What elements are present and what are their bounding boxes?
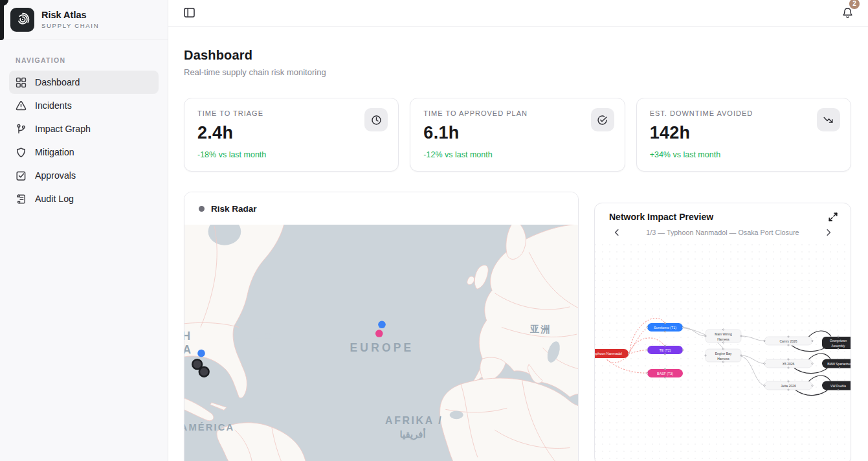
kpi-delta: -12% vs last month [423, 150, 611, 159]
kpi-card-time-to-approved-plan: TIME TO APPROVED PLAN 6.1h -12% vs last … [410, 98, 625, 172]
map-label-north-america-2: AMERICA [184, 343, 193, 356]
sidebar-item-impact-graph[interactable]: Impact Graph [9, 117, 159, 141]
kpi-label: TIME TO TRIAGE [197, 109, 385, 117]
kpi-icon-box [364, 108, 388, 131]
sidebar-item-approvals[interactable]: Approvals [9, 164, 159, 187]
topbar: 2 [168, 0, 868, 27]
node-vw-puebla[interactable]: VW Puebla [822, 381, 851, 390]
node-main-wiring-harness[interactable]: Main Wiring Harness [706, 330, 741, 343]
svg-text:Jetta 2026: Jetta 2026 [781, 384, 796, 388]
alert-triangle-icon [16, 100, 27, 111]
dashboard-grid-icon [16, 77, 27, 88]
app-tagline: SUPPLY CHAIN [41, 22, 99, 29]
nav-section-label: NAVIGATION [9, 56, 159, 64]
scroll-icon [16, 194, 27, 205]
svg-text:Harness: Harness [717, 337, 729, 341]
sidebar-toggle-button[interactable] [183, 6, 195, 19]
svg-text:Main Wiring: Main Wiring [715, 332, 732, 336]
map-marker-us-east-blue[interactable] [197, 350, 205, 357]
svg-text:Georgetown: Georgetown [830, 339, 847, 343]
sidebar-item-dashboard[interactable]: Dashboard [9, 71, 159, 94]
app-name: Risk Atlas [41, 10, 99, 21]
node-x5-2026[interactable]: X5 2026 [764, 359, 812, 368]
node-camry-2026[interactable]: Camry 2026 [764, 337, 812, 345]
carousel-prev-button[interactable] [612, 228, 621, 237]
bottom-row: Risk Radar [184, 192, 851, 461]
sidebar-item-mitigation[interactable]: Mitigation [9, 141, 159, 164]
sidebar-item-label: Incidents [35, 100, 72, 111]
risk-radar-header: Risk Radar [184, 192, 578, 225]
sidebar-nav: NAVIGATION Dashboard Incidents [0, 56, 168, 210]
bullet-dot-icon [199, 206, 205, 212]
carousel-next-button[interactable] [824, 228, 833, 237]
notifications-button[interactable]: 2 [841, 7, 854, 19]
node-te-t2[interactable]: TE (T2) [647, 346, 683, 354]
impact-graph-canvas[interactable]: Typhoon Nanmadol Sumitomo (T1) TE (T2) B… [595, 244, 851, 461]
network-impact-card: Network Impact Preview 1/3 — Typhoon Nan… [594, 203, 851, 461]
kpi-value: 2.4h [197, 123, 385, 143]
sidebar-item-label: Impact Graph [35, 124, 91, 134]
map-marker-europe-pink[interactable] [375, 330, 383, 337]
kpi-label: EST. DOWNTIME AVOIDED [650, 109, 838, 117]
sidebar-item-label: Dashboard [35, 77, 80, 87]
shield-icon [16, 147, 27, 158]
sidebar: Risk Atlas SUPPLY CHAIN NAVIGATION Dashb… [0, 0, 168, 461]
node-jetta-2026[interactable]: Jetta 2026 [764, 381, 812, 390]
svg-text:Engine Bay: Engine Bay [715, 352, 732, 355]
map-marker-europe-blue[interactable] [378, 320, 386, 328]
sidebar-item-label: Mitigation [35, 147, 74, 157]
clock-icon [371, 115, 382, 126]
git-branch-icon [16, 124, 27, 135]
sidebar-item-audit-log[interactable]: Audit Log [9, 187, 159, 210]
map-label-central-america: AMÉRICA [184, 422, 234, 433]
app-logo [10, 8, 34, 32]
svg-text:Sumitomo (T1): Sumitomo (T1) [654, 326, 676, 330]
network-impact-title: Network Impact Preview [609, 212, 713, 222]
sidebar-item-label: Approvals [35, 170, 76, 181]
main-content: Dashboard Real-time supply chain risk mo… [168, 27, 868, 461]
network-impact-header: Network Impact Preview [595, 203, 851, 225]
node-basf-t3[interactable]: BASF (T3) [647, 369, 683, 377]
node-bmw-spartanburg[interactable]: BMW Spartanburg [822, 359, 851, 368]
page-subtitle: Real-time supply chain risk monitoring [184, 67, 851, 77]
radar-spiral-icon [16, 12, 30, 27]
svg-text:BASF (T3): BASF (T3) [657, 372, 673, 376]
node-engine-bay-harness[interactable]: Engine Bay Harness [706, 349, 741, 362]
expand-icon[interactable] [829, 212, 838, 221]
chevron-right-icon [824, 228, 833, 237]
page-title: Dashboard [184, 48, 851, 63]
svg-text:TE (T2): TE (T2) [660, 348, 671, 352]
kpi-label: TIME TO APPROVED PLAN [423, 109, 611, 117]
circle-check-icon [597, 115, 608, 126]
kpi-card-time-to-triage: TIME TO TRIAGE 2.4h -18% vs last month [184, 98, 399, 172]
kpi-row: TIME TO TRIAGE 2.4h -18% vs last month T… [184, 98, 851, 172]
map-label-north-america-1: NORTH [184, 330, 192, 343]
app-identity: Risk Atlas SUPPLY CHAIN [41, 10, 99, 30]
kpi-delta: -18% vs last month [197, 150, 385, 159]
svg-text:Camry 2026: Camry 2026 [779, 339, 797, 343]
svg-text:BMW Spartanburg: BMW Spartanburg [827, 363, 851, 366]
sidebar-header: Risk Atlas SUPPLY CHAIN [0, 0, 168, 39]
sidebar-item-incidents[interactable]: Incidents [9, 94, 159, 117]
svg-text:X5 2026: X5 2026 [783, 362, 795, 366]
map-marker-us-southeast-dark-2[interactable] [199, 367, 209, 377]
svg-text:Harness: Harness [717, 357, 729, 361]
world-map[interactable]: NORTH AMERICA EUROPE 亚洲 AFRIKA / أفريقيا… [184, 225, 579, 461]
chevron-left-icon [612, 228, 621, 237]
panel-left-icon [183, 6, 195, 19]
kpi-card-downtime-avoided: EST. DOWNTIME AVOIDED 142h +34% vs last … [636, 98, 851, 172]
svg-text:Assembly: Assembly [832, 344, 845, 348]
kpi-value: 6.1h [423, 123, 611, 143]
notification-count-badge: 2 [849, 0, 860, 9]
kpi-delta: +34% vs last month [650, 150, 838, 159]
node-typhoon-nanmadol[interactable]: Typhoon Nanmadol [595, 349, 629, 358]
node-georgetown-assembly[interactable]: Georgetown Assembly [822, 337, 851, 349]
map-label-europe: EUROPE [350, 341, 414, 354]
window-corner-notch [0, 0, 4, 40]
kpi-icon-box [817, 108, 840, 131]
risk-radar-card: Risk Radar [184, 192, 579, 461]
node-sumitomo-t1[interactable]: Sumitomo (T1) [647, 323, 683, 332]
risk-radar-title: Risk Radar [211, 204, 257, 214]
kpi-value: 142h [650, 123, 838, 143]
svg-text:Typhoon Nanmadol: Typhoon Nanmadol [595, 352, 622, 355]
